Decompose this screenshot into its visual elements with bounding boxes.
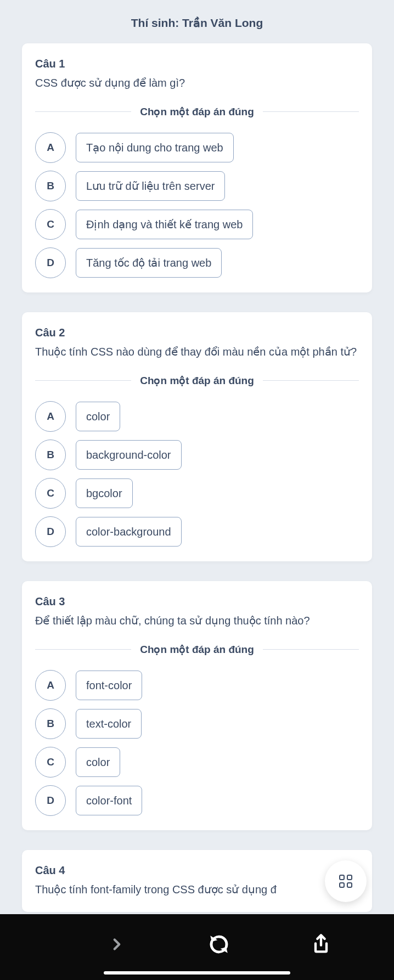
question-number: Câu 3 xyxy=(35,595,359,608)
content-scroll[interactable]: Thí sinh: Trần Văn Long Câu 1 CSS được s… xyxy=(0,0,394,914)
option-letter[interactable]: A xyxy=(35,132,66,163)
option-row[interactable]: C bgcolor xyxy=(35,478,359,509)
option-letter[interactable]: B xyxy=(35,171,66,201)
browser-toolbar xyxy=(0,914,394,980)
grid-icon xyxy=(339,875,352,888)
question-text: CSS được sử dụng để làm gì? xyxy=(35,75,359,91)
option-row[interactable]: A Tạo nội dung cho trang web xyxy=(35,132,359,163)
option-letter[interactable]: B xyxy=(35,708,66,739)
question-card: Câu 1 CSS được sử dụng để làm gì? Chọn m… xyxy=(22,43,372,292)
share-icon xyxy=(310,933,332,955)
option-text[interactable]: Tăng tốc độ tải trang web xyxy=(76,248,222,278)
refresh-button[interactable] xyxy=(205,931,233,958)
option-letter[interactable]: B xyxy=(35,440,66,470)
instruction-label: Chọn một đáp án đúng xyxy=(35,643,359,656)
option-letter[interactable]: C xyxy=(35,747,66,778)
option-text[interactable]: color-font xyxy=(76,786,142,815)
instruction-label: Chọn một đáp án đúng xyxy=(35,374,359,387)
option-row[interactable]: D color-font xyxy=(35,785,359,816)
instruction-label: Chọn một đáp án đúng xyxy=(35,105,359,118)
option-letter[interactable]: D xyxy=(35,785,66,816)
question-text: Thuộc tính font-family trong CSS được sử… xyxy=(35,881,359,898)
option-text[interactable]: color xyxy=(76,747,120,777)
option-letter[interactable]: A xyxy=(35,401,66,432)
option-text[interactable]: color-background xyxy=(76,517,182,547)
option-text[interactable]: Định dạng và thiết kế trang web xyxy=(76,210,253,239)
question-card: Câu 4 Thuộc tính font-family trong CSS đ… xyxy=(22,850,372,912)
option-row[interactable]: C color xyxy=(35,747,359,778)
question-text: Để thiết lập màu chữ, chúng ta sử dụng t… xyxy=(35,612,359,629)
option-text[interactable]: Lưu trữ dữ liệu trên server xyxy=(76,171,225,201)
option-text[interactable]: Tạo nội dung cho trang web xyxy=(76,133,234,162)
option-text[interactable]: color xyxy=(76,402,120,431)
option-row[interactable]: D color-background xyxy=(35,516,359,547)
option-text[interactable]: font-color xyxy=(76,671,142,700)
forward-button[interactable] xyxy=(103,931,131,958)
question-text: Thuộc tính CSS nào dùng để thay đổi màu … xyxy=(35,343,359,360)
home-indicator[interactable] xyxy=(104,971,290,975)
option-letter[interactable]: A xyxy=(35,670,66,701)
option-letter[interactable]: D xyxy=(35,247,66,278)
question-card: Câu 2 Thuộc tính CSS nào dùng để thay đổ… xyxy=(22,312,372,561)
option-letter[interactable]: D xyxy=(35,516,66,547)
option-row[interactable]: D Tăng tốc độ tải trang web xyxy=(35,247,359,278)
refresh-icon xyxy=(207,933,230,956)
question-number: Câu 2 xyxy=(35,326,359,339)
contestant-label: Thí sinh: Trần Văn Long xyxy=(22,0,372,43)
share-button[interactable] xyxy=(307,931,335,958)
chevron-right-icon xyxy=(108,935,126,954)
option-row[interactable]: B text-color xyxy=(35,708,359,739)
option-text[interactable]: text-color xyxy=(76,709,142,739)
option-text[interactable]: bgcolor xyxy=(76,478,133,508)
option-letter[interactable]: C xyxy=(35,478,66,509)
option-row[interactable]: C Định dạng và thiết kế trang web xyxy=(35,209,359,240)
option-text[interactable]: background-color xyxy=(76,440,182,470)
question-grid-fab[interactable] xyxy=(325,860,367,902)
option-row[interactable]: A font-color xyxy=(35,670,359,701)
option-letter[interactable]: C xyxy=(35,209,66,240)
option-row[interactable]: A color xyxy=(35,401,359,432)
option-row[interactable]: B background-color xyxy=(35,440,359,470)
question-number: Câu 4 xyxy=(35,864,359,877)
option-row[interactable]: B Lưu trữ dữ liệu trên server xyxy=(35,171,359,201)
question-card: Câu 3 Để thiết lập màu chữ, chúng ta sử … xyxy=(22,581,372,830)
question-number: Câu 1 xyxy=(35,58,359,70)
